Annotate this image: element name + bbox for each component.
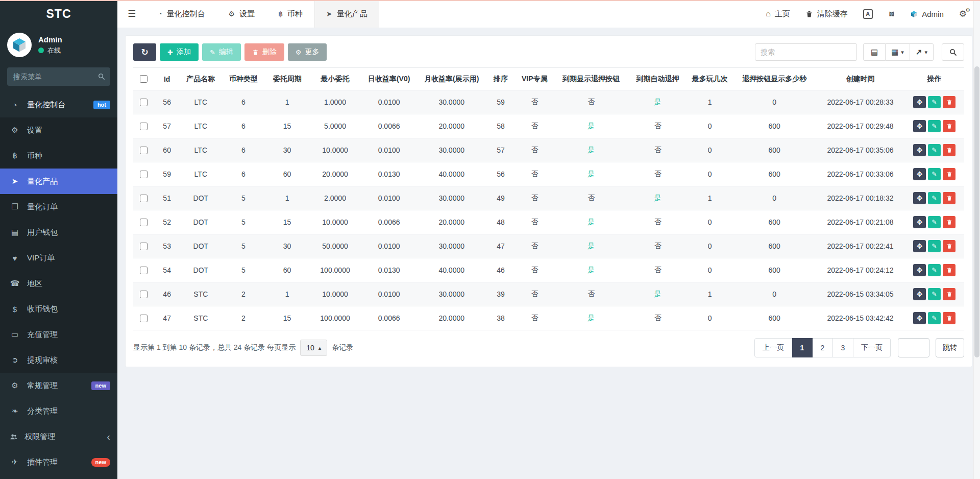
row-delete-button[interactable] [943,288,955,300]
add-button[interactable]: ✚添加 [160,43,199,61]
page-button-1[interactable]: 1 [792,338,813,357]
cell-daily_rate: 0.0066 [361,306,417,330]
row-delete-button[interactable] [943,144,955,156]
row-delete-button[interactable] [943,168,955,180]
row-actions: ✥✎ [904,114,964,138]
translate-icon[interactable]: A [863,9,873,19]
row-delete-button[interactable] [943,240,955,252]
row-checkbox[interactable] [140,147,148,154]
row-checkbox[interactable] [140,171,148,178]
search-button[interactable] [942,43,964,61]
sidebar-item-leaf[interactable]: ❧分类管理 [0,398,117,424]
delete-button[interactable]: 删除 [244,43,284,61]
row-delete-button[interactable] [943,96,955,108]
tab-gear[interactable]: ⚙设置 [217,0,267,28]
row-edit-button[interactable]: ✎ [928,96,941,108]
row-checkbox[interactable] [140,195,148,202]
row-move-button[interactable]: ✥ [913,144,926,156]
user-menu[interactable]: Admin [910,10,944,18]
table-search-input[interactable] [755,43,857,61]
row-move-button[interactable]: ✥ [913,288,926,300]
fullscreen-icon[interactable]: ✥ [886,8,897,20]
row-edit-button[interactable]: ✎ [928,288,941,300]
row-delete-button[interactable] [943,216,955,228]
row-edit-button[interactable]: ✎ [928,312,941,324]
scrollbar-thumb[interactable] [974,66,979,357]
row-checkbox[interactable] [140,291,148,298]
sidebar-item-gear[interactable]: ⚙设置 [0,117,117,143]
row-move-button[interactable]: ✥ [913,216,926,228]
row-move-button[interactable]: ✥ [913,168,926,180]
dashboard-icon: ◔ [158,10,162,18]
row-actions: ✥✎ [904,258,964,282]
columns-button[interactable]: ▦▾ [886,43,910,61]
sidebar-search-input[interactable] [7,67,110,86]
row-checkbox[interactable] [140,243,148,250]
row-edit-button[interactable]: ✎ [928,264,941,276]
more-button[interactable]: ⚙更多 [288,43,327,61]
hamburger-menu-icon[interactable]: ☰ [117,0,146,28]
cell-id: 56 [154,90,180,114]
sidebar-item-dollar[interactable]: $收币钱包 [0,296,117,322]
column-header: 最多玩几次 [687,68,733,90]
sidebar-item-vip[interactable]: ♥VIP订单 [0,245,117,271]
row-move-button[interactable]: ✥ [913,264,926,276]
row-edit-button[interactable]: ✎ [928,144,941,156]
tab-bitcoin[interactable]: ฿币种 [266,0,314,28]
sidebar-item-withdraw[interactable]: ➲提现审核 [0,347,117,373]
sidebar-item-send[interactable]: ➤量化产品 [0,169,117,194]
row-edit-button[interactable]: ✎ [928,240,941,252]
row-delete-button[interactable] [943,312,955,324]
cell-expire_auto_refund: 否 [628,162,687,186]
jump-button[interactable]: 跳转 [936,338,964,357]
row-edit-button[interactable]: ✎ [928,168,941,180]
edit-button[interactable]: ✎编辑 [202,43,241,61]
export-button[interactable]: ↗▾ [910,43,934,61]
row-checkbox[interactable] [140,123,148,130]
scrollbar-track[interactable] [973,1,980,479]
jump-page-input[interactable] [898,338,929,357]
row-delete-button[interactable] [943,192,955,204]
sidebar-item-bitcoin[interactable]: ฿币种 [0,143,117,169]
row-delete-button[interactable] [943,264,955,276]
detail-view-button[interactable]: ▤ [863,43,886,61]
sidebar-item-users[interactable]: 权限管理‹ [0,424,117,449]
home-link[interactable]: ⌂主页 [766,9,790,19]
row-checkbox[interactable] [140,219,148,226]
sidebar-item-plugin[interactable]: ✈插件管理new [0,449,117,475]
refresh-button[interactable]: ↻ [133,43,156,61]
select-all-checkbox[interactable] [140,75,148,83]
row-move-button[interactable]: ✥ [913,312,926,324]
row-checkbox[interactable] [140,99,148,106]
tab-send[interactable]: ➤量化产品 [314,0,379,28]
settings-cogs-icon[interactable]: ⚙⚙ [959,9,967,19]
clear-cache-link[interactable]: 清除缓存 [805,9,848,19]
page-size-dropdown[interactable]: 10▴ [300,340,327,356]
next-page-button[interactable]: 下一页 [853,338,891,357]
row-move-button[interactable]: ✥ [913,96,926,108]
sidebar-item-phone[interactable]: ☎地区 [0,271,117,296]
row-edit-button[interactable]: ✎ [928,192,941,204]
move-icon: ✥ [917,98,923,106]
page-button-2[interactable]: 2 [813,338,833,357]
page-button-3[interactable]: 3 [833,338,853,357]
row-edit-button[interactable]: ✎ [928,120,941,132]
tab-dashboard[interactable]: ◔量化控制台 [146,0,216,28]
row-checkbox[interactable] [140,267,148,274]
plus-icon: ✚ [167,49,173,56]
prev-page-button[interactable]: 上一页 [754,338,792,357]
sidebar-item-cogs[interactable]: ⚙常规管理new [0,373,117,398]
column-header: 退押按钮显示多少秒 [732,68,816,90]
sidebar-item-money[interactable]: ▭充值管理 [0,322,117,347]
row-move-button[interactable]: ✥ [913,192,926,204]
row-move-button[interactable]: ✥ [913,120,926,132]
send-icon: ➤ [9,177,20,186]
row-delete-button[interactable] [943,120,955,132]
sidebar-item-book[interactable]: ❐量化订单 [0,194,117,220]
cell-name: STC [180,282,222,306]
row-move-button[interactable]: ✥ [913,240,926,252]
row-checkbox[interactable] [140,315,148,322]
sidebar-item-dashboard[interactable]: ◔量化控制台hot [0,92,117,117]
row-edit-button[interactable]: ✎ [928,216,941,228]
sidebar-item-wallet[interactable]: ▤用户钱包 [0,220,117,245]
